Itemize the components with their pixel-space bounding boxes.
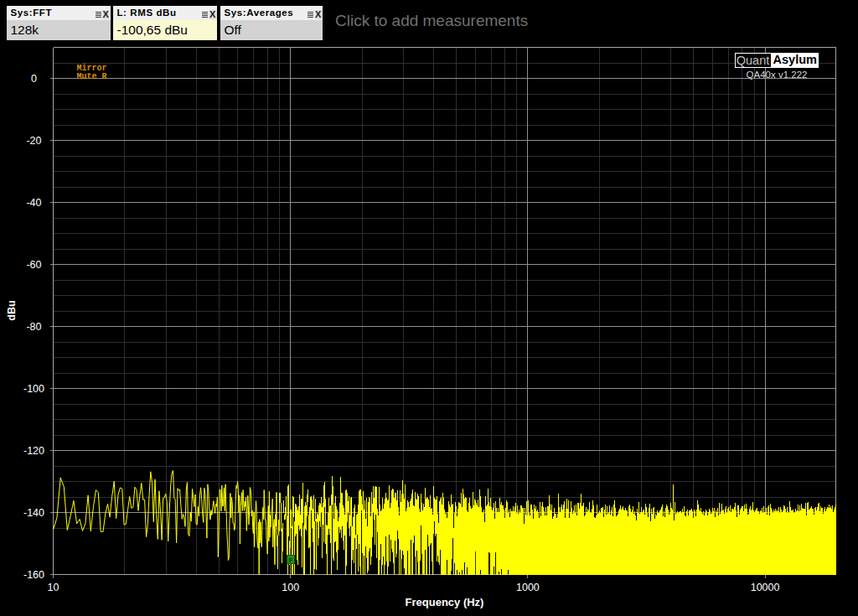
svg-text:dBu: dBu xyxy=(6,300,18,320)
svg-text:-40: -40 xyxy=(26,197,41,209)
svg-text:-60: -60 xyxy=(26,259,41,271)
svg-text:-120: -120 xyxy=(23,445,44,457)
svg-text:0: 0 xyxy=(31,73,37,85)
svg-text:-160: -160 xyxy=(23,569,44,581)
svg-text:100: 100 xyxy=(282,582,299,593)
svg-text:Mute R: Mute R xyxy=(77,72,107,81)
svg-text:10: 10 xyxy=(48,582,59,593)
svg-text:-100: -100 xyxy=(23,383,44,395)
svg-text:F: F xyxy=(289,556,293,564)
svg-text:Frequency (Hz): Frequency (Hz) xyxy=(406,596,484,608)
svg-text:10000: 10000 xyxy=(751,582,780,593)
svg-text:-80: -80 xyxy=(26,321,41,333)
svg-text:-140: -140 xyxy=(23,507,44,519)
svg-text:-20: -20 xyxy=(26,135,41,147)
svg-text:1000: 1000 xyxy=(516,582,540,593)
